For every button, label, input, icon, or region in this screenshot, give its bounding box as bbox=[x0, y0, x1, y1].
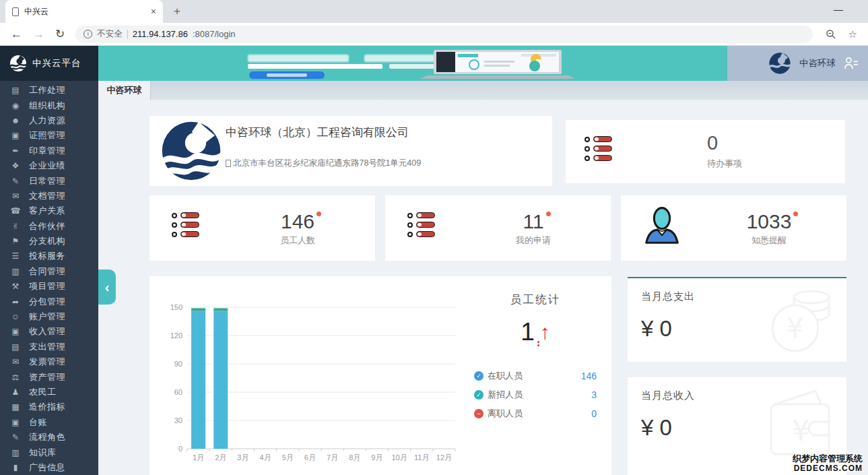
header-user-area: 中咨环球 bbox=[727, 46, 868, 81]
stat-card-my-requests[interactable]: 11 我的申请 bbox=[385, 195, 611, 261]
svg-text:¥: ¥ bbox=[792, 414, 810, 447]
sidebar-item-certificate-mgmt[interactable]: ▣证照管理 bbox=[0, 128, 98, 143]
sidebar-item-label: 账户管理 bbox=[29, 311, 65, 323]
sidebar-item-project-mgmt[interactable]: ⚒项目管理 bbox=[0, 279, 98, 294]
expense-value: ¥ 0 bbox=[641, 316, 672, 342]
user-menu-icon[interactable] bbox=[844, 57, 859, 70]
sidebar-item-label: 日常管理 bbox=[29, 175, 65, 187]
security-label[interactable]: 不安全 bbox=[97, 28, 123, 40]
employee-legend: ✓在职人员146✓新招人员3−离职人员0 bbox=[474, 367, 597, 423]
svg-text:2月: 2月 bbox=[215, 453, 226, 462]
sidebar-item-income-mgmt[interactable]: ▣收入管理 bbox=[0, 324, 98, 339]
sidebar-item-cost-index[interactable]: ▦造价指标 bbox=[0, 400, 98, 414]
sidebar-item-organization[interactable]: ◉组织机构 bbox=[0, 98, 98, 113]
employee-bar-chart[interactable]: 03060901201501月2月3月4月5月6月7月8月9月10月11月12月 bbox=[159, 295, 459, 474]
sidebar-item-customer-relations[interactable]: ☎客户关系 bbox=[0, 203, 98, 218]
legend-status-icon: ✓ bbox=[474, 371, 483, 381]
sidebar-item-asset-mgmt[interactable]: ⚖资产管理 bbox=[0, 369, 98, 384]
sidebar-item-branch-offices[interactable]: ⚑分支机构 bbox=[0, 234, 98, 249]
account-name[interactable]: 中咨环球 bbox=[799, 57, 836, 69]
sidebar-item-invoice-mgmt[interactable]: ✉发票管理 bbox=[0, 354, 98, 369]
ad-cta-button[interactable] bbox=[249, 71, 325, 79]
sidebar-item-daily-mgmt[interactable]: ✎日常管理 bbox=[0, 173, 98, 188]
browser-tab-strip: 中兴云 × + — bbox=[0, 0, 868, 23]
screen: 中兴云 × + — ← → ↻ i 不安全 211.94.137.86:8087… bbox=[0, 0, 868, 475]
sidebar-item-label: 台账 bbox=[29, 416, 47, 429]
ad-banner[interactable] bbox=[98, 46, 727, 81]
wallet-icon: ¥ bbox=[763, 384, 837, 465]
company-address: 北京市丰台区花乡纪家庙纪通东路78号院1单元409 bbox=[226, 158, 421, 169]
sidebar-item-label: 资产管理 bbox=[29, 371, 65, 383]
watermark-line2: DEDECMS.COM bbox=[793, 464, 863, 474]
sidebar-item-bidding-service[interactable]: ☰投标服务 bbox=[0, 249, 98, 263]
svg-text:7月: 7月 bbox=[327, 453, 338, 462]
sidebar-item-label: 农民工 bbox=[29, 386, 57, 398]
workspace-tab-bar: 中咨环球 bbox=[98, 81, 868, 100]
sidebar-item-document-mgmt[interactable]: ✉文档管理 bbox=[0, 189, 98, 203]
minimize-window-button[interactable]: — bbox=[834, 4, 843, 15]
bookmark-star-icon[interactable]: ☆ bbox=[848, 28, 857, 40]
platform-brand[interactable]: 中兴云平台 bbox=[0, 46, 98, 81]
new-tab-button[interactable]: + bbox=[174, 5, 180, 18]
forward-icon[interactable]: → bbox=[33, 28, 44, 41]
human-resources-icon: ☻ bbox=[10, 116, 21, 125]
invoice-mgmt-icon: ✉ bbox=[10, 357, 21, 367]
back-icon[interactable]: ← bbox=[11, 28, 22, 41]
sidebar-item-knowledge-base[interactable]: ▥知识库 bbox=[0, 445, 98, 460]
sidebar-item-migrant-workers[interactable]: ♟农民工 bbox=[0, 385, 98, 400]
sidebar-item-account-mgmt[interactable]: ☺账户管理 bbox=[0, 309, 98, 324]
sidebar-item-work-process[interactable]: ▤工作处理 bbox=[0, 83, 98, 98]
todo-card[interactable]: 0 待办事项 bbox=[566, 120, 845, 183]
seal-mgmt-icon: ✒ bbox=[10, 146, 21, 156]
stat-card-employees[interactable]: 146 员工人数 bbox=[149, 195, 375, 261]
sidebar-item-contract-mgmt[interactable]: ▥合同管理 bbox=[0, 264, 98, 279]
sidebar-item-subcontract-mgmt[interactable]: ➦分包管理 bbox=[0, 294, 98, 309]
knowledge-base-icon: ▥ bbox=[10, 448, 21, 457]
stat-card-notices[interactable]: 1033 知悉提醒 bbox=[621, 195, 846, 261]
sidebar-item-label: 发票管理 bbox=[29, 356, 65, 368]
sidebar-item-process-roles[interactable]: ✎流程角色 bbox=[0, 430, 98, 445]
platform-logo-icon bbox=[9, 55, 27, 72]
watermark: 织梦内容管理系统 DEDECMS.COM bbox=[793, 453, 863, 474]
sidebar-item-ad-info[interactable]: ▮广告信息 bbox=[0, 460, 98, 475]
sidebar-item-expense-mgmt[interactable]: ▤支出管理 bbox=[0, 340, 98, 354]
sidebar-item-label: 项目管理 bbox=[29, 280, 65, 292]
close-tab-icon[interactable]: × bbox=[151, 6, 156, 17]
sidebar-collapse-button[interactable]: ‹ bbox=[98, 270, 116, 305]
sidebar-item-label: 合同管理 bbox=[29, 265, 65, 278]
sidebar-item-label: 证照管理 bbox=[29, 129, 65, 141]
browser-tab[interactable]: 中兴云 × bbox=[5, 0, 163, 23]
sidebar-item-partners[interactable]: ✌合作伙伴 bbox=[0, 219, 98, 234]
sidebar-item-enterprise-performance[interactable]: ❖企业业绩 bbox=[0, 158, 98, 173]
ledger-icon: ▣ bbox=[10, 418, 21, 427]
sidebar-item-label: 收入管理 bbox=[29, 325, 65, 338]
sidebar-item-ledger[interactable]: ▣台账 bbox=[0, 415, 98, 430]
trend-arrow-tail bbox=[537, 341, 539, 343]
ad-laptop-image bbox=[420, 49, 575, 80]
customer-relations-icon: ☎ bbox=[10, 206, 21, 216]
tab-company[interactable]: 中咨环球 bbox=[98, 81, 151, 100]
refresh-icon[interactable]: ↻ bbox=[55, 27, 65, 41]
sidebar-item-label: 文档管理 bbox=[29, 190, 65, 202]
sidebar-item-human-resources[interactable]: ☻人力资源 bbox=[0, 113, 98, 128]
info-icon[interactable]: i bbox=[84, 30, 92, 38]
process-roles-icon: ✎ bbox=[10, 433, 21, 442]
company-logo-icon bbox=[768, 52, 791, 75]
stat-value: 11 bbox=[523, 210, 543, 233]
stat-value: 146 bbox=[281, 210, 314, 233]
svg-text:5月: 5月 bbox=[282, 453, 294, 462]
trend-up-icon: ↑ bbox=[540, 321, 550, 343]
legend-status-icon: − bbox=[474, 409, 483, 418]
certificate-mgmt-icon: ▣ bbox=[10, 131, 21, 140]
sidebar-item-seal-mgmt[interactable]: ✒印章管理 bbox=[0, 144, 98, 158]
sidebar-item-label: 造价指标 bbox=[29, 401, 65, 413]
branch-offices-icon: ⚑ bbox=[10, 236, 21, 246]
sidebar-item-label: 印章管理 bbox=[29, 145, 65, 157]
zoom-search-icon[interactable] bbox=[826, 29, 836, 40]
ad-text-bar bbox=[248, 64, 382, 69]
url-input[interactable]: i 不安全 211.94.137.86:8087/login bbox=[75, 26, 813, 43]
svg-text:8月: 8月 bbox=[349, 453, 360, 462]
url-host: 211.94.137.86 bbox=[133, 29, 188, 39]
income-value: ¥ 0 bbox=[641, 415, 672, 441]
expense-card[interactable]: 当月总支出 ¥ 0 ¥ bbox=[628, 277, 846, 362]
